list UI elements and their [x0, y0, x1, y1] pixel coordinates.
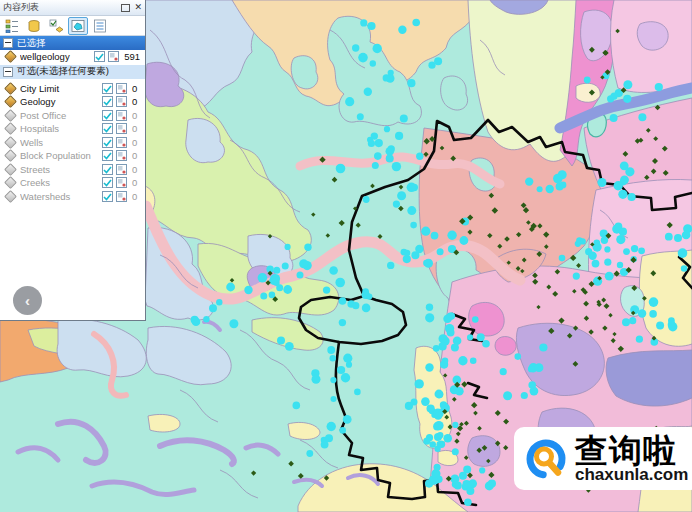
- selected-count: 0: [132, 110, 140, 121]
- layer-row-streets[interactable]: Streets0: [0, 163, 145, 177]
- layer-label: wellgeology: [20, 51, 94, 62]
- selected-count: 0: [132, 177, 140, 188]
- toggle-selectable-icon[interactable]: [102, 96, 113, 107]
- selected-count: 0: [132, 150, 140, 161]
- layer-symbol-icon: [4, 95, 17, 108]
- layer-symbol-icon: [4, 50, 17, 63]
- toggle-selectable-icon[interactable]: [94, 51, 105, 62]
- layer-label: City Limit: [20, 83, 102, 94]
- clear-selected-icon[interactable]: [116, 137, 127, 148]
- layer-label: Block Population: [20, 150, 102, 161]
- clear-selected-icon[interactable]: [116, 191, 127, 202]
- group-header-selected[interactable]: 已选择: [0, 36, 145, 50]
- toggle-selectable-icon[interactable]: [102, 164, 113, 175]
- selected-count: 0: [132, 83, 140, 94]
- application-window: 内容列表 ✕: [0, 0, 692, 512]
- layer-symbol-icon: [4, 82, 17, 95]
- chaxunla-logo-icon: [520, 433, 572, 485]
- list-by-selection-button[interactable]: [68, 17, 88, 35]
- group-header-label: 已选择: [17, 37, 46, 50]
- selected-count: 591: [124, 51, 140, 62]
- list-by-selection-icon: [71, 19, 85, 33]
- selected-count: 0: [132, 191, 140, 202]
- selected-count: 0: [132, 123, 140, 134]
- panel-titlebar: 内容列表 ✕: [0, 0, 145, 16]
- collapse-group-icon[interactable]: [3, 38, 13, 48]
- contents-panel: 内容列表 ✕: [0, 0, 146, 321]
- layer-symbol-icon: [4, 136, 17, 149]
- clear-selected-icon[interactable]: [116, 177, 127, 188]
- clear-selected-icon[interactable]: [116, 123, 127, 134]
- clear-selected-icon[interactable]: [116, 164, 127, 175]
- toggle-selectable-icon[interactable]: [102, 177, 113, 188]
- clear-selected-icon[interactable]: [116, 96, 127, 107]
- collapse-group-icon[interactable]: [3, 67, 13, 77]
- watermark-domain: chaxunla.com: [575, 466, 688, 483]
- toggle-selectable-icon[interactable]: [102, 137, 113, 148]
- list-by-drawing-order-icon: [5, 19, 19, 33]
- selected-count: 0: [132, 96, 140, 107]
- close-panel-icon[interactable]: ✕: [134, 3, 142, 12]
- group-header-label: 可选(未选择任何要素): [17, 65, 109, 78]
- group-header-selectable[interactable]: 可选(未选择任何要素): [0, 65, 145, 79]
- layer-symbol-icon: [4, 190, 17, 203]
- list-by-source-button[interactable]: [24, 17, 44, 35]
- selected-count: 0: [132, 137, 140, 148]
- clear-selected-icon[interactable]: [108, 51, 119, 62]
- layer-label: Wells: [20, 137, 102, 148]
- layer-row-block-population[interactable]: Block Population0: [0, 149, 145, 163]
- toggle-selectable-icon[interactable]: [102, 150, 113, 161]
- layer-symbol-icon: [4, 176, 17, 189]
- layer-symbol-icon: [4, 109, 17, 122]
- layer-row-hospitals[interactable]: Hospitals0: [0, 122, 145, 136]
- layer-symbol-icon: [4, 122, 17, 135]
- layer-row-wells[interactable]: Wells0: [0, 136, 145, 150]
- layer-symbol-icon: [4, 149, 17, 162]
- list-by-drawing-order-button[interactable]: [2, 17, 22, 35]
- layer-label: Creeks: [20, 177, 102, 188]
- toggle-selectable-icon[interactable]: [102, 123, 113, 134]
- selected-layer-list: wellgeology591: [0, 50, 145, 64]
- layer-label: Watersheds: [20, 191, 102, 202]
- layer-row-wellgeology[interactable]: wellgeology591: [0, 50, 145, 64]
- layer-row-city-limit[interactable]: City Limit0: [0, 82, 145, 96]
- float-panel-icon[interactable]: [121, 4, 130, 12]
- list-by-visibility-icon: [49, 19, 63, 33]
- layer-row-post-office[interactable]: Post Office0: [0, 109, 145, 123]
- layer-row-geology[interactable]: Geology0: [0, 95, 145, 109]
- list-by-source-icon: [27, 19, 41, 33]
- selectable-layer-list: City Limit0Geology0Post Office0Hospitals…: [0, 79, 145, 204]
- options-icon: [93, 19, 107, 33]
- layer-label: Hospitals: [20, 123, 102, 134]
- layer-label: Geology: [20, 96, 102, 107]
- toggle-selectable-icon[interactable]: [102, 110, 113, 121]
- watermark-title: 查询啦: [575, 434, 688, 467]
- toggle-selectable-icon[interactable]: [102, 83, 113, 94]
- options-button[interactable]: [90, 17, 110, 35]
- selected-count: 0: [132, 164, 140, 175]
- collapse-panel-button[interactable]: ‹: [13, 286, 42, 315]
- watermark[interactable]: 查询啦 chaxunla.com: [514, 427, 692, 490]
- layer-label: Streets: [20, 164, 102, 175]
- clear-selected-icon[interactable]: [116, 110, 127, 121]
- clear-selected-icon[interactable]: [116, 150, 127, 161]
- panel-toolbar: [0, 16, 145, 36]
- panel-title: 内容列表: [3, 1, 121, 14]
- clear-selected-icon[interactable]: [116, 83, 127, 94]
- layer-label: Post Office: [20, 110, 102, 121]
- layer-row-watersheds[interactable]: Watersheds0: [0, 190, 145, 204]
- toggle-selectable-icon[interactable]: [102, 191, 113, 202]
- layer-symbol-icon: [4, 163, 17, 176]
- list-by-visibility-button[interactable]: [46, 17, 66, 35]
- layer-row-creeks[interactable]: Creeks0: [0, 176, 145, 190]
